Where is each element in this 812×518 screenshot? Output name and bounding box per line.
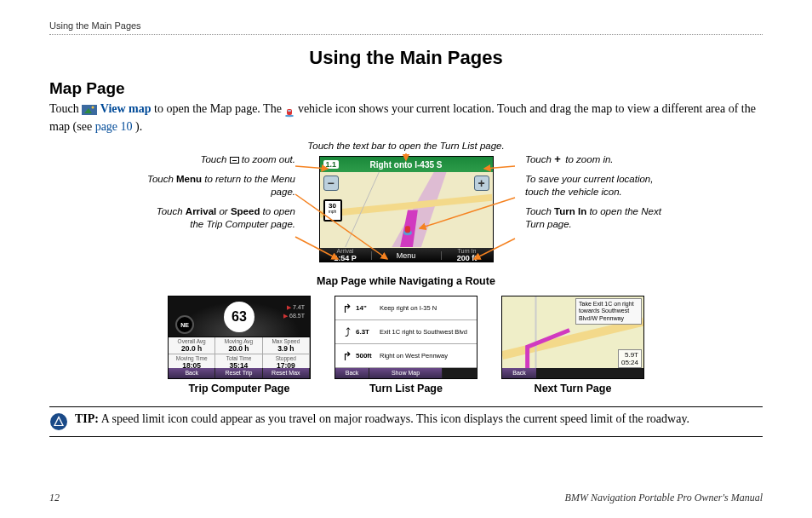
gps-turn-text: Right onto I-435 S <box>370 160 443 170</box>
page-title: Using the Main Pages <box>49 47 763 69</box>
turn-list-bar: Back Show Map <box>335 368 477 378</box>
callout-save-location: To save your current location, touch the… <box>525 173 678 199</box>
back-button[interactable]: Back <box>502 368 536 378</box>
turn-direction-icon: ⤴ <box>339 325 356 339</box>
trip-bar-button[interactable]: Reset Trip <box>215 368 262 378</box>
callout-text: Touch <box>157 206 186 216</box>
trip-bar-button[interactable]: Reset Max <box>263 368 310 378</box>
reading: 7.4T <box>293 304 305 310</box>
section-heading-map-page: Map Page <box>49 79 763 98</box>
compass-icon: NE <box>175 315 194 334</box>
callout-text: Touch <box>147 174 176 184</box>
next-turn-screenshot: Take Exit 1C on right towards Southwest … <box>501 296 644 379</box>
callout-text: to return to the Menu page. <box>202 174 295 197</box>
speed-unit: mph <box>325 210 340 214</box>
trip-bar-button[interactable]: Back <box>169 368 215 378</box>
trip-stat-cell: Overall Avg20.0 h <box>169 337 215 354</box>
intro-text-2: to open the Map page. The <box>154 102 284 115</box>
thumb-next-turn: Take Exit 1C on right towards Southwest … <box>501 296 644 394</box>
turn-instruction: Keep right on I-35 N <box>380 304 473 312</box>
tip-text: TIP: A speed limit icon could appear as … <box>75 412 689 426</box>
vehicle-icon <box>284 105 294 115</box>
callout-text: Speed <box>231 206 260 216</box>
next-turn-bar: Back <box>502 368 643 378</box>
map-page-diagram: Touch the text bar to open the Turn List… <box>168 141 644 287</box>
thumb-caption: Trip Computer Page <box>168 383 311 394</box>
callout-text: Touch <box>200 154 229 164</box>
diagram-bottom-caption: Map Page while Navigating a Route <box>168 275 644 287</box>
road-illustration <box>320 172 493 247</box>
next-turn-time: 05:24 <box>621 359 638 366</box>
callout-arrival-speed: Touch Arrival or Speed to open the Trip … <box>142 205 295 231</box>
back-button[interactable]: Back <box>335 368 369 378</box>
reading: 68.5T <box>289 313 305 319</box>
gps-turn-distance: 1.1 <box>323 160 340 169</box>
diagram-top-caption: Touch the text bar to open the Turn List… <box>168 141 644 151</box>
callout-text: Arrival <box>186 206 216 216</box>
next-turn-readout: 5.9T 05:24 <box>618 349 642 368</box>
turn-direction-icon: ↱ <box>339 302 356 315</box>
zoom-out-button[interactable]: − <box>323 176 339 191</box>
turn-list-row[interactable]: ↱14"Keep right on I-35 N <box>335 296 477 320</box>
doc-title: BMW Navigation Portable Pro Owner's Manu… <box>565 492 763 504</box>
turn-direction-icon: ↱ <box>339 349 356 363</box>
gps-map-body[interactable]: − + 30 mph <box>320 172 493 248</box>
tip-body: A speed limit icon could appear as you t… <box>99 412 689 425</box>
svg-rect-5 <box>288 110 291 112</box>
trip-computer-screenshot: NE 63 ▶ 7.4T ▶ 68.5T Overall Avg20.0 hMo… <box>168 296 311 379</box>
map-icon <box>82 105 97 115</box>
next-turn-banner: Take Exit 1C on right towards Southwest … <box>575 298 642 325</box>
view-map-link[interactable]: View map <box>100 102 152 115</box>
thumb-caption: Turn List Page <box>335 383 477 394</box>
turn-list-screenshot: ↱14"Keep right on I-35 N⤴6.3TExit 1C rig… <box>335 296 477 379</box>
show-map-button[interactable]: Show Map <box>369 368 443 378</box>
trip-stat-cell: Max Speed3.9 h <box>263 337 310 354</box>
callout-menu: Touch Menu to return to the Menu page. <box>142 173 295 199</box>
left-callouts: Touch to zoom out. Touch Menu to return … <box>142 153 295 238</box>
trip-computer-bar: BackReset TripReset Max <box>169 368 310 378</box>
bar-spacer <box>443 368 477 378</box>
arrival-button[interactable]: Arrival 1:54 P <box>320 249 371 262</box>
gps-map-page-mock: 1.1 Right onto I-435 S − + 30 mph <box>319 156 494 262</box>
next-turn-dist: 5.9T <box>621 351 638 359</box>
menu-button[interactable]: Menu <box>371 251 442 260</box>
thumb-turn-list: ↱14"Keep right on I-35 N⤴6.3TExit 1C rig… <box>335 296 477 394</box>
callout-text: Touch <box>525 154 554 164</box>
turn-list-row[interactable]: ↱500ftRight on West Pennway <box>335 344 477 368</box>
svg-rect-12 <box>405 226 410 233</box>
trip-side-readings: ▶ 7.4T ▶ 68.5T <box>283 303 305 320</box>
plus-icon: + <box>554 156 563 164</box>
turn-instruction: Exit 1C right to Southwest Blvd <box>380 328 473 336</box>
running-header: Using the Main Pages <box>49 20 763 35</box>
right-callouts: Touch + to zoom in. To save your current… <box>525 153 678 238</box>
tip-icon <box>49 412 68 431</box>
trip-stats-grid: Overall Avg20.0 hMoving Avg20.0 hMax Spe… <box>169 337 310 368</box>
intro-text-4: ). <box>135 120 142 133</box>
thumb-caption: Next Turn Page <box>501 383 644 394</box>
callout-text: Touch <box>525 206 554 216</box>
speedometer-dial: NE 63 ▶ 7.4T ▶ 68.5T <box>169 296 310 337</box>
turn-instruction: Right on West Pennway <box>380 352 473 360</box>
arrival-value: 1:54 P <box>334 254 357 262</box>
tip-box: TIP: A speed limit icon could appear as … <box>49 406 763 437</box>
callout-text: to zoom in. <box>563 154 613 164</box>
page-10-link[interactable]: page 10 <box>95 120 133 133</box>
zoom-in-button[interactable]: + <box>474 176 489 191</box>
svg-point-2 <box>92 106 94 108</box>
gps-text-bar[interactable]: 1.1 Right onto I-435 S <box>320 157 493 172</box>
callout-zoom-in: Touch + to zoom in. <box>525 153 678 166</box>
page-footer: 12 BMW Navigation Portable Pro Owner's M… <box>49 492 763 504</box>
minus-icon <box>230 157 239 164</box>
callout-zoom-out: Touch to zoom out. <box>142 153 295 166</box>
callout-turn-in: Touch Turn In to open the Next Turn page… <box>525 205 678 231</box>
callout-text: Turn In <box>554 206 586 216</box>
trip-stat-cell: Moving Avg20.0 h <box>215 337 262 354</box>
intro-text-1: Touch <box>49 102 82 115</box>
thumbnail-row: NE 63 ▶ 7.4T ▶ 68.5T Overall Avg20.0 hMo… <box>49 296 763 394</box>
turn-in-button[interactable]: Turn In 200 ft <box>442 249 493 262</box>
thumb-trip-computer: NE 63 ▶ 7.4T ▶ 68.5T Overall Avg20.0 hMo… <box>168 296 311 394</box>
callout-text: or <box>216 206 231 216</box>
turn-list-row[interactable]: ⤴6.3TExit 1C right to Southwest Blvd <box>335 320 477 344</box>
current-speed: 63 <box>224 302 254 332</box>
svg-point-3 <box>285 115 294 117</box>
